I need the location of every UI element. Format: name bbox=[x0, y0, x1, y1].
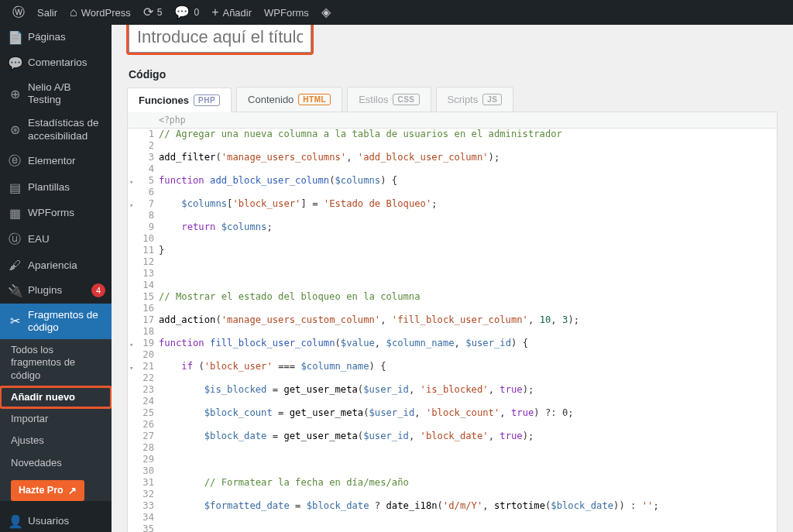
tab-funciones-label: Funciones bbox=[139, 94, 189, 106]
updates-link[interactable]: ⟳5 bbox=[137, 0, 169, 25]
code-line[interactable]: $block_date = get_user_meta($user_id, 'b… bbox=[159, 431, 777, 442]
salir-link[interactable]: Salir bbox=[31, 0, 64, 25]
sidebar-item-label: Plantillas bbox=[28, 181, 105, 194]
submenu-import[interactable]: Importar bbox=[0, 408, 112, 430]
line-number: 23 bbox=[128, 384, 159, 396]
code-line[interactable]: return $columns; bbox=[159, 221, 777, 233]
code-line[interactable] bbox=[159, 303, 777, 314]
codigo-heading: Código bbox=[129, 68, 778, 81]
salir-label: Salir bbox=[37, 7, 57, 19]
tab-scripts[interactable]: Scripts JS bbox=[436, 87, 514, 112]
code-line[interactable] bbox=[159, 349, 777, 361]
sidebar-item-plugins[interactable]: 🔌Plugins4 bbox=[0, 278, 112, 304]
code-line[interactable] bbox=[159, 419, 777, 431]
code-line[interactable] bbox=[159, 140, 777, 152]
sidebar-item-wpforms[interactable]: ▦WPForms bbox=[0, 201, 112, 226]
sidebar-item-label: Elementor bbox=[28, 155, 105, 167]
refresh-icon: ⟳ bbox=[143, 6, 153, 19]
sidebar-item-users[interactable]: 👤Usuarios bbox=[0, 509, 112, 532]
code-line[interactable]: // Formatear la fecha en día/mes/año bbox=[159, 477, 777, 489]
code-line[interactable]: $is_blocked = get_user_meta($user_id, 'i… bbox=[159, 384, 777, 396]
code-line[interactable]: $columns['block_user'] = 'Estado de Bloq… bbox=[159, 198, 777, 210]
appearance-icon: 🖌 bbox=[8, 259, 22, 273]
code-line[interactable] bbox=[159, 256, 777, 268]
comments-link[interactable]: 💬0 bbox=[168, 0, 205, 25]
code-line[interactable] bbox=[159, 326, 777, 338]
code-line[interactable] bbox=[159, 268, 777, 280]
site-name: WordPress bbox=[81, 7, 131, 19]
code-line[interactable]: if ('block_user' === $column_name) { bbox=[159, 361, 777, 372]
eau-icon: ⓤ bbox=[8, 232, 22, 248]
line-number: 1 bbox=[128, 129, 159, 140]
external-icon: ↗ bbox=[68, 485, 77, 496]
users-icon: 👤 bbox=[8, 514, 22, 529]
hazte-pro-button[interactable]: Hazte Pro↗ bbox=[11, 480, 84, 501]
code-line[interactable]: function add_block_user_column($columns)… bbox=[159, 175, 777, 187]
title-wrap bbox=[127, 25, 778, 54]
sidebar-item-code[interactable]: ✂Fragmentos de código bbox=[0, 304, 112, 339]
code-line[interactable] bbox=[159, 280, 777, 291]
code-line[interactable] bbox=[159, 163, 777, 175]
updates-count: 5 bbox=[157, 7, 163, 18]
line-number: 34 bbox=[128, 512, 159, 523]
sidebar-item-nelio[interactable]: ⊕Nelio A/B Testing bbox=[0, 76, 112, 112]
site-link[interactable]: ⌂WordPress bbox=[64, 0, 137, 25]
line-number: 22 bbox=[128, 372, 159, 384]
submenu-add-new[interactable]: Añadir nuevo bbox=[0, 386, 112, 408]
sidebar-item-pages[interactable]: 📄Páginas bbox=[0, 25, 112, 50]
submenu-settings[interactable]: Ajustes bbox=[0, 430, 112, 451]
line-number: 12 bbox=[128, 256, 159, 268]
sidebar-item-label: Comentarios bbox=[28, 57, 105, 69]
wp-logo-icon[interactable]: ⓦ bbox=[6, 0, 31, 25]
sidebar-item-accessibility[interactable]: ⊛Estadísticas de accesibilidad bbox=[0, 112, 112, 147]
add-new-link[interactable]: +Añadir bbox=[205, 0, 258, 25]
home-icon: ⌂ bbox=[70, 6, 77, 19]
wpforms-icon: ▦ bbox=[8, 206, 22, 221]
tab-estilos[interactable]: Estilos CSS bbox=[347, 87, 431, 112]
sidebar-item-templates[interactable]: ▤Plantillas bbox=[0, 175, 112, 201]
code-line[interactable]: // Agregar una nueva columna a la tabla … bbox=[159, 129, 777, 140]
sidebar-item-label: Plugins bbox=[28, 284, 85, 297]
comment-icon: 💬 bbox=[174, 6, 190, 19]
tab-scripts-label: Scripts bbox=[448, 94, 479, 105]
sidebar-item-elementor[interactable]: ⓔElementor bbox=[0, 148, 112, 175]
code-icon: ✂ bbox=[8, 314, 22, 328]
code-line[interactable] bbox=[159, 523, 777, 532]
code-line[interactable]: function fill_block_user_column($value, … bbox=[159, 338, 777, 349]
tab-funciones[interactable]: Funciones PHP bbox=[127, 88, 232, 112]
wpforms-link[interactable]: WPForms bbox=[258, 0, 315, 25]
code-line[interactable] bbox=[159, 454, 777, 465]
snippet-title-input[interactable] bbox=[129, 25, 311, 53]
code-line[interactable]: } bbox=[159, 245, 777, 256]
line-number: 35 bbox=[128, 523, 159, 532]
submenu-all-snippets[interactable]: Todos los fragmentos de código bbox=[0, 339, 112, 386]
code-line[interactable] bbox=[159, 233, 777, 245]
add-label: Añadir bbox=[222, 7, 252, 19]
line-number: 33 bbox=[128, 500, 159, 512]
code-line[interactable]: add_filter('manage_users_columns', 'add_… bbox=[159, 152, 777, 163]
sidebar-item-eau[interactable]: ⓤEAU bbox=[0, 226, 112, 253]
code-line[interactable] bbox=[159, 210, 777, 221]
html-pill: HTML bbox=[298, 94, 331, 105]
submenu-news[interactable]: Novedades bbox=[0, 452, 112, 474]
tab-contenido[interactable]: Contenido HTML bbox=[236, 87, 342, 112]
code-line[interactable] bbox=[159, 442, 777, 454]
code-line[interactable]: // Mostrar el estado del bloqueo en la c… bbox=[159, 291, 777, 303]
code-line[interactable]: $formatted_date = $block_date ? date_i18… bbox=[159, 500, 777, 512]
code-line[interactable]: add_action('manage_users_custom_column',… bbox=[159, 314, 777, 326]
code-line[interactable] bbox=[159, 372, 777, 384]
code-line[interactable]: $block_count = get_user_meta($user_id, '… bbox=[159, 407, 777, 419]
code-line[interactable] bbox=[159, 512, 777, 523]
code-line[interactable] bbox=[159, 396, 777, 407]
sidebar-item-comment[interactable]: 💬Comentarios bbox=[0, 50, 112, 76]
code-line[interactable] bbox=[159, 465, 777, 477]
sidebar-item-appearance[interactable]: 🖌Apariencia bbox=[0, 253, 112, 278]
code-editor[interactable]: <?php 1// Agregar una nueva columna a la… bbox=[127, 112, 778, 532]
code-line[interactable] bbox=[159, 489, 777, 500]
diamond-icon[interactable]: ◈ bbox=[315, 0, 337, 25]
line-number: 18 bbox=[128, 326, 159, 338]
line-number: 9 bbox=[128, 221, 159, 233]
code-line[interactable] bbox=[159, 187, 777, 198]
sidebar-item-label: WPForms bbox=[28, 207, 105, 219]
line-number: 15 bbox=[128, 291, 159, 303]
